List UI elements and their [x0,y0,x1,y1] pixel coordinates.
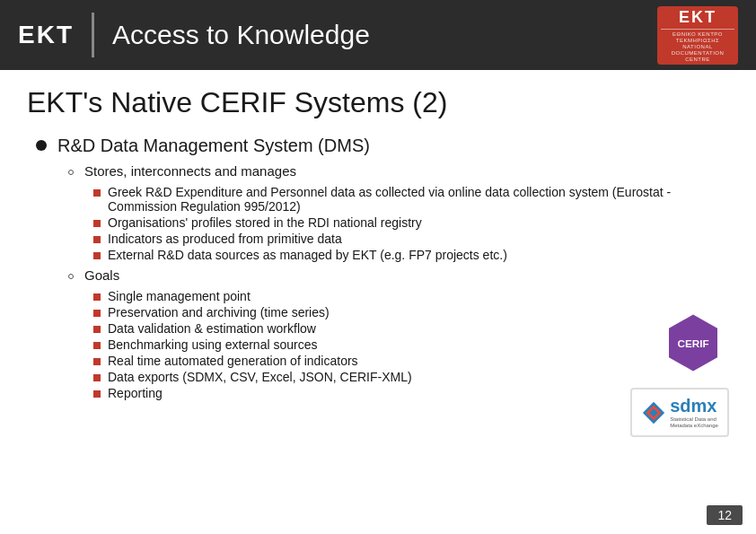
stores-section: Stores, interconnects and manages Greek … [68,163,729,262]
page-number: 12 [707,505,743,525]
goals-item-6: Data exports (SDMX, CSV, Excel, JSON, CE… [93,370,612,384]
goals-bullet-2 [93,310,101,317]
goals-label: Goals [84,267,119,283]
logo-line-5: CENTRE [685,57,710,62]
sdmx-main-text: sdmx [670,396,718,416]
goals-circle [68,274,74,279]
goals-item-1: Single management point [93,289,612,303]
goals-text-4: Benchmarking using external sources [108,337,317,352]
stores-bullet-4 [93,252,101,259]
goals-item-2: Preservation and archiving (time series) [93,305,612,320]
main-bullet-dot [36,140,47,151]
stores-text-4: External R&D data sources as managed by … [108,248,507,262]
goals-list: Single management point Preservation and… [93,289,612,402]
stores-item-4: External R&D data sources as managed by … [93,248,729,262]
header: EKT Access to Knowledge EKT ΕΘΝΙΚΟ ΚΕΝΤΡ… [0,0,756,70]
goals-bullet-5 [93,358,101,365]
stores-text-3: Indicators as produced from primitive da… [108,232,342,246]
goals-bullet-4 [93,342,101,349]
logo-line-1: ΕΘΝΙΚΟ ΚΕΝΤΡΟ [672,31,723,37]
sdmx-sub-text: Statistical Data andMetadata eXchange [670,416,718,429]
sdmx-logo: sdmx Statistical Data andMetadata eXchan… [630,388,729,437]
main-content: EKT's Native CERIF Systems (2) R&D Data … [0,70,756,534]
bullet-section: R&D Data Management System (DMS) Stores,… [27,136,729,437]
goals-text-2: Preservation and archiving (time series) [108,305,330,320]
goals-item-3: Data validation & estimation workflow [93,321,612,336]
goals-bullet-6 [93,374,101,381]
goals-item-4: Benchmarking using external sources [93,337,612,352]
stores-text-1: Greek R&D Expenditure and Personnel data… [108,185,729,214]
logo-line-3: NATIONAL [682,44,713,49]
goals-text-5: Real time automated generation of indica… [108,354,358,368]
stores-label: Stores, interconnects and manages [84,163,296,179]
goals-label-item: Goals [68,267,729,286]
goals-text-7: Reporting [108,386,163,400]
goals-bullet-1 [93,293,101,301]
svg-text:CERIF: CERIF [677,337,708,349]
goals-text-3: Data validation & estimation workflow [108,321,316,336]
goals-section: Goals Single management point Preservati… [68,267,729,437]
logo-ekt-text: EKT [661,8,734,30]
goals-row: Single management point Preservation and… [68,289,729,437]
main-bullet-item: R&D Data Management System (DMS) [36,136,729,156]
goals-text-1: Single management point [108,289,251,303]
main-bullet-text: R&D Data Management System (DMS) [57,136,370,156]
goals-logos: CERIF sdmx St [630,307,729,437]
goals-item-5: Real time automated generation of indica… [93,354,612,368]
header-title: Access to Knowledge [112,20,657,50]
goals-text-6: Data exports (SDMX, CSV, Excel, JSON, CE… [108,370,412,384]
goals-bullet-3 [93,326,101,333]
stores-item-1: Greek R&D Expenditure and Personnel data… [93,185,729,214]
stores-circle [68,170,74,175]
stores-text-2: Organisations' profiles stored in the RD… [108,215,422,230]
ekt-logo: EKT ΕΘΝΙΚΟ ΚΕΝΤΡΟ ΤΕΚΜΗΡΙΩΣΗΣ NATIONAL D… [657,6,738,65]
cerif-hex-icon: CERIF [661,311,725,375]
goals-item-7: Reporting [93,386,612,400]
stores-list: Greek R&D Expenditure and Personnel data… [93,185,729,262]
stores-label-item: Stores, interconnects and manages [68,163,729,182]
stores-bullet-2 [93,220,101,227]
stores-bullet-1 [93,189,101,197]
page-title: EKT's Native CERIF Systems (2) [27,86,729,119]
header-ekt-label: EKT [18,21,74,49]
stores-bullet-3 [93,236,101,243]
logo-line-4: DOCUMENTATION [672,50,725,56]
sdmx-text-block: sdmx Statistical Data andMetadata eXchan… [670,396,718,429]
sdmx-inner: sdmx Statistical Data andMetadata eXchan… [641,396,718,429]
goals-bullet-7 [93,390,101,398]
logo-lines: ΕΘΝΙΚΟ ΚΕΝΤΡΟ ΤΕΚΜΗΡΙΩΣΗΣ NATIONAL DOCUM… [672,31,725,62]
header-divider [92,13,94,57]
cerif-logo: CERIF [657,307,729,379]
stores-item-2: Organisations' profiles stored in the RD… [93,215,729,230]
sdmx-diamond-icon [641,400,666,425]
stores-item-3: Indicators as produced from primitive da… [93,232,729,246]
logo-line-2: ΤΕΚΜΗΡΙΩΣΗΣ [676,38,719,43]
